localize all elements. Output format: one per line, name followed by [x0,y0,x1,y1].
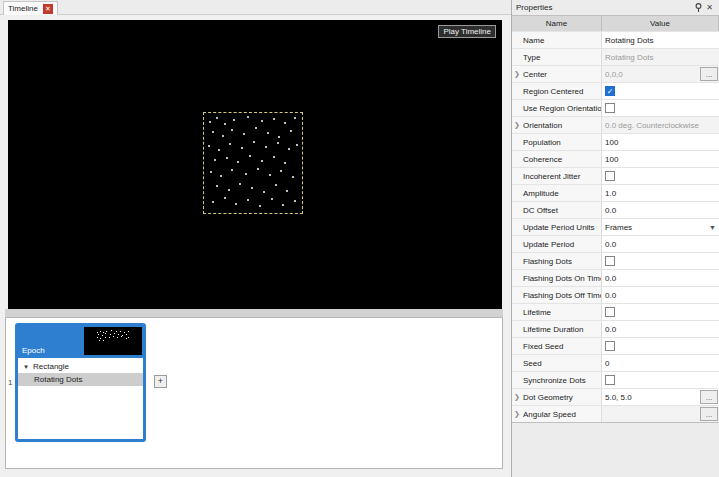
dot [280,170,282,172]
dot [235,203,237,205]
dot [110,334,111,335]
dot [277,142,279,144]
property-value: 0 [602,355,719,371]
property-value-text[interactable]: 0.0 [605,274,716,283]
checkbox[interactable] [605,103,615,113]
dot [255,127,257,129]
property-value [602,168,719,184]
property-value-text[interactable]: 0.0 deg. Counterclockwise [605,121,716,130]
property-name-label: DC Offset [523,206,558,215]
dot [121,336,122,337]
epoch-block[interactable]: Epoch ▾RectangleRotating Dots [15,323,146,442]
property-name: Lifetime Duration [512,321,602,337]
property-name-label: Flashing Dots Off Time [523,291,602,300]
chevron-down-icon[interactable]: ▾ [22,363,30,371]
tree-item[interactable]: Rotating Dots [18,373,143,386]
expander-icon[interactable]: ❯ [514,70,520,78]
dot [105,337,106,338]
ellipsis-button[interactable]: ... [700,67,718,81]
dot [275,184,277,186]
dot [212,131,214,133]
properties-header: Properties ✕ [512,0,719,15]
property-value: ... [602,406,719,422]
timeline-ruler [5,309,503,317]
property-value-text[interactable]: 0.0 [605,206,716,215]
property-value-text[interactable]: 1.0 [605,189,716,198]
property-name: ❯Orientation [512,117,602,133]
tab-timeline[interactable]: Timeline ✕ [3,1,58,15]
dot [290,130,292,132]
property-value-text[interactable]: 0.0 [605,240,716,249]
dot [118,334,119,335]
combo-arrow-icon[interactable]: ▼ [709,224,716,231]
property-row: Incoherent Jitter [512,167,719,184]
checkbox[interactable] [605,375,615,385]
play-timeline-button[interactable]: Play Timeline [438,25,496,38]
dot [210,171,212,173]
property-value-text[interactable]: 100 [605,138,716,147]
checkbox[interactable]: ✓ [605,86,615,96]
expander-icon[interactable]: ❯ [514,393,520,401]
stimulus-region[interactable] [203,112,303,214]
dot [265,146,267,148]
column-header-name: Name [512,16,602,31]
property-name: Update Period Units [512,219,602,235]
property-row: NameRotating Dots [512,31,719,48]
tab-close-icon[interactable]: ✕ [43,4,53,14]
dot [271,198,273,200]
dot [120,331,121,332]
checkbox[interactable] [605,256,615,266]
checkbox[interactable] [605,171,615,181]
dot [273,156,275,158]
pin-icon[interactable] [693,2,704,13]
property-value: ✓ [602,83,719,99]
dot [269,174,271,176]
property-name-label: Fixed Seed [523,342,563,351]
property-row: TypeRotating Dots [512,48,719,65]
property-row: DC Offset0.0 [512,201,719,218]
tree-item[interactable]: ▾Rectangle [18,360,143,373]
property-row: Flashing Dots On Time0.0 [512,269,719,286]
property-name-label: Lifetime Duration [523,325,583,334]
property-row: Seed0 [512,354,719,371]
property-name: ❯Dot Geometry [512,389,602,405]
property-name: Incoherent Jitter [512,168,602,184]
property-value: 0.0 deg. Counterclockwise [602,117,719,133]
property-value-text[interactable]: Rotating Dots [605,36,716,45]
ellipsis-button[interactable]: ... [700,407,718,421]
dot [294,200,296,202]
epoch-header: Epoch [18,326,143,358]
property-value-text[interactable]: 0.0 [605,291,716,300]
dot [253,141,255,143]
dot [245,173,247,175]
dot [229,143,231,145]
property-value-text[interactable]: Frames [605,223,716,232]
property-name: Fixed Seed [512,338,602,354]
property-name-label: Coherence [523,155,562,164]
checkbox[interactable] [605,341,615,351]
timeline-panel: 1 Epoch ▾RectangleRotating Dots + [5,317,503,469]
property-value-text[interactable]: 0.0 [605,325,716,334]
expander-icon[interactable]: ❯ [514,121,520,129]
add-element-button[interactable]: + [154,375,167,388]
property-value [602,338,719,354]
dot [128,337,129,338]
property-value-text[interactable]: 0 [605,359,716,368]
ellipsis-button[interactable]: ... [700,390,718,404]
property-row: Fixed Seed [512,337,719,354]
property-name: Seed [512,355,602,371]
property-name: Region Centered [512,83,602,99]
expander-icon[interactable]: ❯ [514,410,520,418]
property-name-label: Center [523,70,547,79]
property-value-text[interactable]: Rotating Dots [605,53,716,62]
property-value: 100 [602,151,719,167]
dot [259,205,261,207]
property-value-text[interactable]: 100 [605,155,716,164]
dot [128,331,129,332]
dot [220,175,222,177]
property-value: 0,0,0... [602,66,719,82]
checkbox[interactable] [605,307,615,317]
property-name-label: Flashing Dots On Time [523,274,602,283]
close-icon[interactable]: ✕ [704,2,715,13]
dot [263,191,265,193]
